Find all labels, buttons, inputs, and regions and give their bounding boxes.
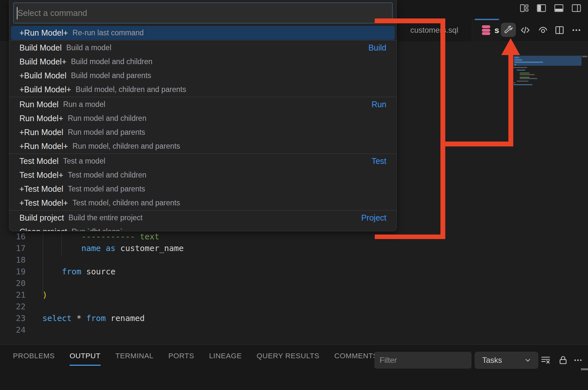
customize-layout-icon[interactable]	[519, 3, 529, 13]
split-editor-icon	[554, 25, 565, 35]
annotation-line-branch	[440, 142, 513, 146]
minimap-line	[514, 67, 527, 68]
tab-active-model[interactable]: s	[472, 19, 501, 41]
tab-label: customers.sql	[410, 26, 458, 35]
palette-item-description: Build the entire project	[69, 213, 143, 222]
palette-item-label: Run Model+	[19, 114, 63, 123]
palette-item-description: Run model and parents	[68, 128, 145, 137]
panel-tab-output[interactable]: OUTPUT	[70, 352, 101, 366]
palette-item-label: Test Model	[19, 156, 59, 166]
palette-separator	[9, 40, 396, 40]
palette-item-description: Run model and children	[68, 114, 147, 123]
command-palette: +Run Model+Re-run last commandBuild Mode…	[9, 0, 397, 231]
panel-scrollbar[interactable]	[581, 368, 588, 370]
palette-item-label: Clean project	[19, 227, 67, 231]
filter-input[interactable]	[374, 352, 472, 369]
palette-item[interactable]: +Test ModelTest model and parents	[11, 182, 395, 196]
palette-item-description: Test model and parents	[68, 185, 145, 193]
clear-output-button[interactable]	[540, 354, 551, 366]
palette-item-label: Test Model+	[19, 170, 63, 180]
line-number: 17	[0, 243, 26, 254]
palette-item[interactable]: Test Model+Test model and children	[11, 168, 395, 182]
toggle-secondary-sidebar-icon[interactable]	[571, 3, 582, 13]
code-text: )	[42, 289, 47, 301]
lock-panel-button[interactable]	[557, 354, 569, 366]
database-icon	[482, 25, 490, 35]
preview-button[interactable]	[538, 25, 549, 36]
annotation-arrowhead	[501, 38, 520, 55]
minimap-line	[520, 73, 529, 74]
palette-separator	[9, 154, 396, 154]
code-line: 24	[0, 324, 184, 336]
line-number: 18	[0, 254, 26, 266]
palette-item-label: Build Model	[19, 43, 62, 52]
palette-item-label: +Test Model+	[19, 198, 68, 208]
tasks-dropdown[interactable]: Tasks	[475, 352, 538, 369]
line-number: 23	[0, 313, 26, 324]
line-number: 22	[0, 301, 26, 313]
palette-item[interactable]: +Run ModelRun model and parents	[11, 125, 395, 139]
palette-item[interactable]: Clean projectRun `dbt clean`	[11, 225, 395, 231]
palette-item[interactable]: Build ModelBuild a modelBuild	[11, 41, 395, 55]
palette-item-label: +Run Model	[19, 128, 63, 137]
code-text: select * from renamed	[42, 313, 145, 324]
panel-tab-terminal[interactable]: TERMINAL	[116, 352, 154, 366]
palette-item[interactable]: +Build ModelBuild model and parents	[11, 69, 395, 83]
wrench-icon	[504, 25, 513, 35]
panel-more-button[interactable]	[572, 354, 584, 366]
panel-tab-query-results[interactable]: QUERY RESULTS	[257, 352, 319, 366]
palette-item[interactable]: Run Model+Run model and children	[11, 111, 395, 125]
panel-tabs: PROBLEMSOUTPUTTERMINALPORTSLINEAGEQUERY …	[13, 352, 378, 366]
palette-item-label: Build project	[19, 213, 64, 223]
palette-item-label: +Test Model	[19, 184, 63, 194]
split-editor-button[interactable]	[554, 25, 565, 36]
panel-tab-problems[interactable]: PROBLEMS	[13, 352, 55, 366]
palette-item-description: Run `dbt clean`	[72, 227, 122, 231]
minimap-line	[520, 77, 529, 78]
minimap-scrollbar[interactable]	[582, 56, 587, 57]
code-line: 20	[0, 278, 184, 289]
toggle-panel-icon[interactable]	[554, 3, 564, 13]
palette-item[interactable]: +Run Model+Run model, children and paren…	[11, 139, 395, 153]
palette-item[interactable]: +Run Model+Re-run last command	[11, 26, 395, 40]
palette-item[interactable]: Run ModelRun a modelRun	[11, 98, 395, 111]
code-line: 22	[0, 301, 184, 313]
code-line: 21)	[0, 289, 184, 301]
palette-item-description: Run model, children and parents	[72, 142, 180, 151]
wrench-button[interactable]	[501, 23, 516, 37]
annotation-line-bottom	[375, 235, 445, 239]
more-actions-icon	[571, 25, 582, 35]
palette-item-description: Run a model	[63, 100, 105, 109]
text-caret	[17, 7, 17, 19]
code-line: 19 from source	[0, 266, 184, 278]
palette-item[interactable]: +Build Model+Build model, children and p…	[11, 83, 395, 97]
compiled-code-button[interactable]	[520, 25, 531, 36]
palette-item-description: Test a model	[63, 157, 105, 166]
code-text: from source	[42, 266, 116, 278]
code-lines: 16 ----------- text17 name as customer_n…	[0, 231, 184, 336]
panel-tab-comments[interactable]: COMMENTS	[334, 352, 378, 366]
code-line: 16 ----------- text	[0, 231, 184, 243]
palette-item[interactable]: +Test Model+Test model, children and par…	[11, 196, 395, 210]
minimap-text-bar	[515, 62, 543, 63]
palette-item[interactable]: Test ModelTest a modelTest	[11, 154, 395, 168]
palette-separator	[9, 97, 396, 97]
code-text: name as customer_name	[42, 243, 184, 254]
annotation-line-arrow-shaft	[508, 54, 513, 146]
code-line: 18	[0, 254, 184, 266]
panel-tab-ports[interactable]: PORTS	[168, 352, 194, 366]
command-input[interactable]	[14, 3, 392, 23]
palette-item[interactable]: Build Model+Build model and children	[11, 55, 395, 69]
line-number: 19	[0, 266, 26, 278]
minimap-line	[517, 81, 528, 82]
palette-item[interactable]: Build projectBuild the entire projectPro…	[11, 211, 395, 225]
toggle-primary-sidebar-icon[interactable]	[536, 3, 547, 13]
preview-eye-icon	[538, 25, 548, 35]
palette-group-label: Build	[368, 43, 386, 52]
minimap-line	[520, 78, 537, 79]
palette-separator	[9, 210, 396, 211]
palette-item-description: Build a model	[66, 43, 111, 52]
minimap-text-bar	[515, 59, 522, 61]
panel-tab-lineage[interactable]: LINEAGE	[209, 352, 242, 366]
more-actions-button[interactable]	[571, 25, 582, 36]
